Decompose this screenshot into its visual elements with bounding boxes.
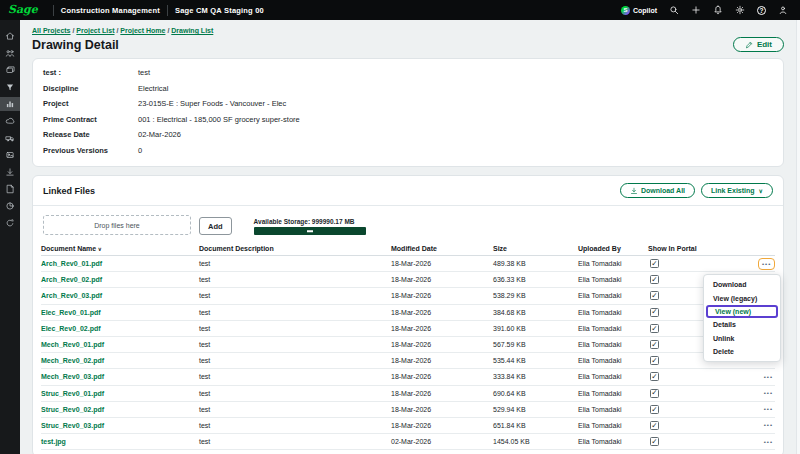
column-header[interactable]: Uploaded By	[578, 245, 648, 252]
link-existing-button[interactable]: Link Existing ∨	[701, 183, 773, 198]
show-in-portal-checkbox[interactable]: ✓	[650, 389, 659, 398]
divider	[167, 5, 168, 16]
context-menu-item[interactable]: View (new)	[706, 305, 778, 318]
document-name-link[interactable]: Struc_Rev0_02.pdf	[41, 406, 104, 413]
sidebar-item-image-card[interactable]	[0, 148, 20, 162]
document-name-link[interactable]: Mech_Rev0_03.pdf	[41, 373, 104, 380]
column-header[interactable]: Document Description	[199, 245, 391, 252]
show-in-portal-checkbox[interactable]: ✓	[650, 308, 659, 317]
sidebar-item-team[interactable]	[0, 46, 20, 60]
drop-files-zone[interactable]: Drop files here	[43, 215, 191, 235]
add-file-button[interactable]: Add	[199, 217, 232, 235]
edit-button[interactable]: Edit	[733, 37, 784, 52]
sidebar-item-filter[interactable]	[0, 80, 20, 94]
modified-date-cell: 18-Mar-2026	[391, 260, 493, 267]
sage-logo[interactable]: Sage	[0, 3, 46, 18]
column-header[interactable]: Size	[493, 245, 578, 252]
link-existing-label: Link Existing	[711, 187, 755, 194]
context-menu-item[interactable]: Unlink	[704, 332, 780, 345]
document-name-link[interactable]: Arch_Rev0_03.pdf	[41, 292, 102, 299]
drawing-detail-card: test :testDisciplineElectricalProject23-…	[32, 58, 784, 167]
row-actions-cell: •••	[762, 373, 775, 381]
sidebar-item-home[interactable]	[0, 29, 20, 43]
sidebar-item-bar-chart[interactable]	[0, 97, 20, 111]
context-menu-item[interactable]: Delete	[704, 345, 780, 358]
show-in-portal-checkbox[interactable]: ✓	[650, 340, 659, 349]
show-in-portal-checkbox[interactable]: ✓	[650, 275, 659, 284]
document-name-link[interactable]: Struc_Rev0_03.pdf	[41, 422, 104, 429]
sidebar-item-pie-chart[interactable]	[0, 199, 20, 213]
document-name-link[interactable]: Elec_Rev0_02.pdf	[41, 325, 101, 332]
context-menu-item[interactable]: View (legacy)	[704, 291, 780, 304]
document-name-link[interactable]: Elec_Rev0_01.pdf	[41, 309, 101, 316]
page-scrollbar[interactable]	[796, 20, 800, 454]
document-name-link[interactable]: Mech_Rev0_02.pdf	[41, 357, 104, 364]
detail-field-row: Project23-015S-E : Super Foods - Vancouv…	[43, 99, 773, 115]
truck-icon	[5, 133, 15, 143]
show-in-portal-checkbox[interactable]: ✓	[650, 259, 659, 268]
row-menu-button[interactable]: •••	[762, 389, 775, 397]
download-all-label: Download All	[641, 187, 685, 194]
document-description-cell: test	[199, 325, 391, 332]
show-in-portal-checkbox[interactable]: ✓	[650, 324, 659, 333]
sidebar-item-cloud[interactable]	[0, 114, 20, 128]
table-row: Mech_Rev0_02.pdftest18-Mar-2026535.44 KB…	[41, 353, 775, 369]
file-size-cell: 535.44 KB	[493, 357, 578, 364]
breadcrumb-link[interactable]: Project List	[76, 27, 114, 34]
uploaded-by-cell: Elia Tomadaki	[578, 390, 648, 397]
sidebar-item-refresh[interactable]	[0, 216, 20, 230]
sidebar-item-truck[interactable]	[0, 131, 20, 145]
document-name-link[interactable]: Struc_Rev0_01.pdf	[41, 390, 104, 397]
document-name-link[interactable]: Mech_Rev0_01.pdf	[41, 341, 104, 348]
document-name-cell: Arch_Rev0_03.pdf	[41, 292, 199, 299]
breadcrumb-link[interactable]: Project Home	[120, 27, 165, 34]
table-row: Mech_Rev0_03.pdftest18-Mar-2026333.84 KB…	[41, 369, 775, 385]
sidebar-item-copy[interactable]	[0, 63, 20, 77]
sidebar-item-document[interactable]	[0, 182, 20, 196]
uploaded-by-cell: Elia Tomadaki	[578, 438, 648, 445]
row-menu-button[interactable]: •••	[762, 405, 775, 413]
available-storage: Available Storage: 999990.17 MB	[254, 218, 366, 235]
sidebar	[0, 20, 20, 454]
add-icon[interactable]	[691, 5, 701, 15]
show-in-portal-checkbox[interactable]: ✓	[650, 291, 659, 300]
show-in-portal-checkbox[interactable]: ✓	[650, 437, 659, 446]
gear-icon[interactable]	[735, 5, 745, 15]
row-menu-button[interactable]: •••	[758, 258, 775, 270]
column-header[interactable]: Show In Portal	[648, 245, 758, 252]
row-menu-button[interactable]: •••	[762, 438, 775, 446]
modified-date-cell: 18-Mar-2026	[391, 357, 493, 364]
row-menu-button[interactable]: •••	[762, 421, 775, 429]
show-in-portal-checkbox[interactable]: ✓	[650, 356, 659, 365]
column-header[interactable]: Document Name ∨	[41, 245, 199, 252]
row-menu-button[interactable]: •••	[762, 373, 775, 381]
search-icon[interactable]	[669, 5, 679, 15]
document-name-link[interactable]: Arch_Rev0_01.pdf	[41, 260, 102, 267]
bell-icon[interactable]	[713, 5, 723, 15]
breadcrumb: All Projects / Project List / Project Ho…	[32, 27, 784, 34]
file-size-cell: 651.84 KB	[493, 422, 578, 429]
context-menu-item[interactable]: Download	[704, 278, 780, 291]
help-icon[interactable]: ?	[757, 6, 766, 15]
account-icon[interactable]	[778, 5, 788, 15]
detail-field-row: Previous Versions0	[43, 146, 773, 162]
sidebar-item-download[interactable]	[0, 165, 20, 179]
download-all-button[interactable]: Download All	[620, 183, 695, 198]
document-name-cell: Struc_Rev0_03.pdf	[41, 422, 199, 429]
file-size-cell: 384.68 KB	[493, 309, 578, 316]
uploaded-by-cell: Elia Tomadaki	[578, 373, 648, 380]
row-actions-cell: •••	[762, 405, 775, 413]
show-in-portal-checkbox[interactable]: ✓	[650, 421, 659, 430]
divider	[53, 5, 54, 16]
breadcrumb-link[interactable]: Drawing List	[171, 27, 213, 34]
show-in-portal-checkbox[interactable]: ✓	[650, 372, 659, 381]
document-name-link[interactable]: test.jpg	[41, 438, 66, 445]
context-menu-item[interactable]: Details	[704, 318, 780, 331]
breadcrumb-link[interactable]: All Projects	[32, 27, 71, 34]
uploaded-by-cell: Elia Tomadaki	[578, 422, 648, 429]
column-header[interactable]: Modified Date	[391, 245, 493, 252]
copilot-button[interactable]: S Copilot	[621, 6, 657, 15]
show-in-portal-checkbox[interactable]: ✓	[650, 405, 659, 414]
main-content: All Projects / Project List / Project Ho…	[20, 20, 800, 454]
document-name-link[interactable]: Arch_Rev0_02.pdf	[41, 276, 102, 283]
